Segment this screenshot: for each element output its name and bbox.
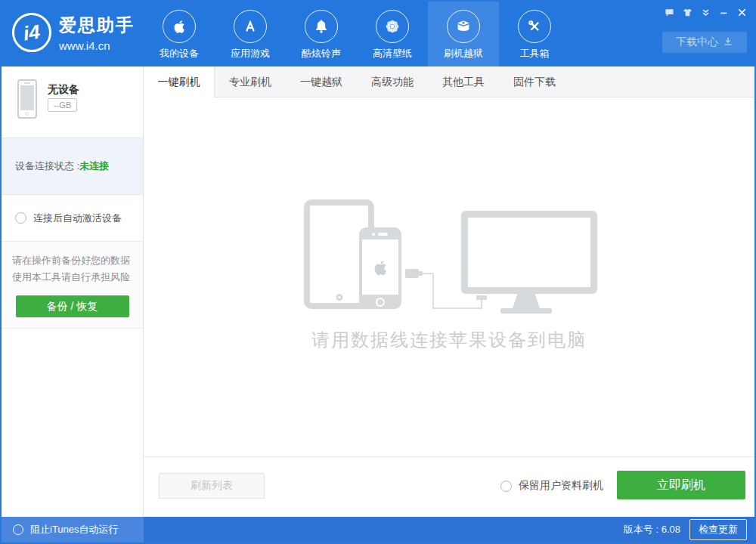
app-logo: i4 爱思助手 www.i4.cn [12,13,135,52]
open-box-icon [447,10,480,43]
device-panel: 无设备 --GB [2,66,143,138]
connection-status-label: 设备连接状态 : [15,159,79,173]
nav-label: 我的设备 [144,47,215,60]
app-store-icon [234,10,267,43]
keep-user-data-label: 保留用户资料刷机 [519,479,603,493]
collapse-icon[interactable] [699,6,712,19]
logo-monogram: i4 [22,20,42,45]
nav-item-apps-games[interactable]: 应用游戏 [215,2,286,66]
connection-status-value: 未连接 [79,159,109,173]
tab-one-click-flash[interactable]: 一键刷机 [144,66,215,97]
download-center-button[interactable]: 下载中心 [662,32,747,53]
tab-firmware-download[interactable]: 固件下载 [499,66,570,97]
tab-advanced-features[interactable]: 高级功能 [357,66,428,97]
close-icon[interactable] [736,6,748,19]
nav-item-wallpapers[interactable]: 高清壁纸 [357,2,428,66]
block-itunes-radio[interactable] [13,524,23,535]
nav-label: 高清壁纸 [357,47,428,60]
sidebar: 无设备 --GB 设备连接状态 : 未连接 连接后自动激活设备 请在操作前备份好… [2,66,144,517]
title-bar: i4 爱思助手 www.i4.cn 我的设备 应用游戏 [2,2,754,66]
app-title: 爱思助手 [59,14,135,37]
device-phone-icon [17,79,37,119]
download-icon [723,36,733,49]
auto-activate-radio[interactable] [15,212,26,224]
connect-hint-text: 请用数据线连接苹果设备到电脑 [144,328,754,352]
auto-activate-option[interactable]: 连接后自动激活设备 [2,195,143,242]
flash-now-button[interactable]: 立即刷机 [617,471,745,499]
block-itunes-label: 阻止iTunes自动运行 [30,523,119,536]
version-label: 版本号 : 6.08 [624,523,680,536]
warning-line-1: 请在操作前备份好您的数据 [2,252,143,269]
tab-one-click-jailbreak[interactable]: 一键越狱 [286,66,357,97]
backup-restore-button[interactable]: 备份 / 恢复 [16,295,129,317]
nav-label: 应用游戏 [215,47,286,60]
refresh-list-button[interactable]: 刷新列表 [159,473,265,499]
nav-item-toolbox[interactable]: 工具箱 [499,2,570,66]
warning-line-2: 使用本工具请自行承担风险 [2,269,143,286]
theme-shirt-icon[interactable] [681,6,694,19]
i4-logo-icon: i4 [12,13,51,52]
warning-panel: 请在操作前备份好您的数据 使用本工具请自行承担风险 备份 / 恢复 [2,242,143,329]
main-nav: 我的设备 应用游戏 酷炫铃声 高清壁纸 [144,2,570,66]
iphone-illustration-icon [359,227,401,309]
app-website: www.i4.cn [59,39,135,52]
keep-user-data-option[interactable]: 保留用户资料刷机 [500,479,603,493]
computer-illustration-icon [461,211,597,294]
devices-illustration [298,199,600,314]
tab-bar: 一键刷机 专业刷机 一键越狱 高级功能 其他工具 固件下载 [144,66,754,97]
tab-other-tools[interactable]: 其他工具 [428,66,499,97]
block-itunes-option[interactable]: 阻止iTunes自动运行 [2,517,144,542]
feedback-icon[interactable] [663,6,676,19]
device-capacity-badge: --GB [48,98,77,112]
tab-pro-flash[interactable]: 专业刷机 [215,66,286,97]
tools-icon [518,10,551,43]
bell-icon [305,10,338,43]
window-controls [663,6,748,19]
apple-icon [163,10,196,43]
auto-activate-label: 连接后自动激活设备 [33,212,122,225]
download-center-label: 下载中心 [676,36,718,49]
nav-item-my-devices[interactable]: 我的设备 [144,2,215,66]
connection-status: 设备连接状态 : 未连接 [2,138,143,195]
main-panel: 一键刷机 专业刷机 一键越狱 高级功能 其他工具 固件下载 [144,66,754,517]
nav-item-ringtones[interactable]: 酷炫铃声 [286,2,357,66]
nav-label: 刷机越狱 [428,47,499,60]
nav-label: 工具箱 [499,47,570,60]
keep-user-data-radio[interactable] [500,481,512,492]
connect-device-area: 请用数据线连接苹果设备到电脑 [144,97,754,456]
device-name: 无设备 [48,83,79,97]
app-window: i4 爱思助手 www.i4.cn 我的设备 应用游戏 [0,0,756,544]
status-bar: 阻止iTunes自动运行 版本号 : 6.08 检查更新 [2,517,754,542]
check-update-button[interactable]: 检查更新 [689,519,747,540]
nav-item-flash-jailbreak[interactable]: 刷机越狱 [428,2,499,66]
action-bar: 刷新列表 保留用户资料刷机 立即刷机 [144,456,754,517]
minimize-icon[interactable] [717,6,730,19]
usb-plug-icon [405,269,419,278]
flower-icon [376,10,409,43]
nav-label: 酷炫铃声 [286,47,357,60]
